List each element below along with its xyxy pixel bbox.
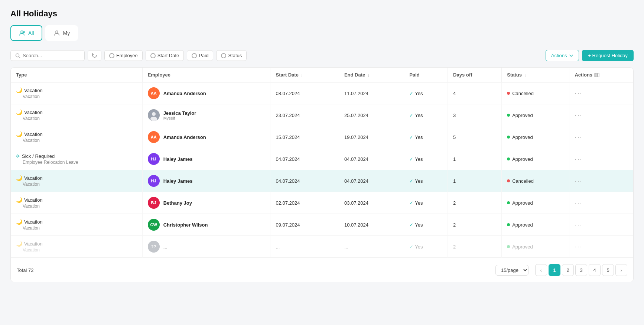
check-icon: ✓ xyxy=(409,244,413,250)
tab-all[interactable]: All xyxy=(10,25,42,41)
avatar: CW xyxy=(148,219,160,231)
type-cell: 🌙Vacation Vacation xyxy=(11,126,142,148)
status-dot xyxy=(507,223,510,226)
employee-cell: HJ Haley James xyxy=(142,148,270,170)
end-date-cell: 25.07.2024 xyxy=(339,104,404,126)
table-row: 🌙Vacation Vacation AA Amanda Anderson 15… xyxy=(11,126,633,148)
svg-point-1 xyxy=(23,31,25,33)
paid-cell: ✓ Yes xyxy=(404,192,448,214)
avatar: HJ xyxy=(148,175,160,187)
moon-icon: 🌙 xyxy=(16,197,22,203)
paid-cell: ✓ Yes xyxy=(404,126,448,148)
row-actions-cell[interactable]: ··· xyxy=(569,192,633,214)
status-label: Approved xyxy=(512,113,533,118)
row-actions-cell[interactable]: ··· xyxy=(569,148,633,170)
row-actions-cell[interactable]: ··· xyxy=(569,236,633,258)
startdate-filter-icon xyxy=(150,53,156,58)
avatar: HJ xyxy=(148,153,160,165)
columns-icon[interactable] xyxy=(594,72,599,78)
end-date-cell: 11.07.2024 xyxy=(339,82,404,104)
filter-paid-button[interactable]: Paid xyxy=(187,50,213,61)
sort-end-date-icon: ↓ xyxy=(368,73,370,77)
next-page-button[interactable]: › xyxy=(615,264,627,276)
filter-status-button[interactable]: Status xyxy=(216,50,247,61)
status-label: Approved xyxy=(512,244,533,250)
filter-employee-button[interactable]: Employee xyxy=(104,50,143,61)
status-label: Approved xyxy=(512,222,533,228)
row-actions-cell[interactable]: ··· xyxy=(569,170,633,192)
employee-cell: CW Christopher Wilson xyxy=(142,214,270,236)
status-label: Cancelled xyxy=(512,178,534,184)
moon-icon: 🌙 xyxy=(16,87,22,93)
row-actions-menu-button[interactable]: ··· xyxy=(575,199,582,207)
check-icon: ✓ xyxy=(409,113,413,118)
status-dot xyxy=(507,114,510,117)
moon-icon: 🌙 xyxy=(16,219,22,225)
row-actions-cell[interactable]: ··· xyxy=(569,104,633,126)
page-title: All Holidays xyxy=(10,9,634,19)
check-icon: ✓ xyxy=(409,134,413,140)
status-dot xyxy=(507,201,510,204)
per-page-select[interactable]: 15/page 25/page 50/page xyxy=(495,265,528,276)
chevron-down-icon xyxy=(569,53,573,58)
status-dot xyxy=(507,92,510,95)
row-actions-cell[interactable]: ··· xyxy=(569,126,633,148)
page-2-button[interactable]: 2 xyxy=(562,264,574,276)
row-actions-cell[interactable]: ··· xyxy=(569,82,633,104)
type-cell: 🌙Vacation Vacation xyxy=(11,192,142,214)
start-date-cell: 04.07.2024 xyxy=(270,148,339,170)
page-3-button[interactable]: 3 xyxy=(575,264,587,276)
actions-dropdown-button[interactable]: Actions xyxy=(546,50,579,61)
col-paid: Paid xyxy=(404,68,448,82)
col-end-date[interactable]: End Date ↓ xyxy=(339,68,404,82)
holidays-table: Type Employee Start Date ↓ End Date ↓ Pa xyxy=(10,67,634,282)
avatar xyxy=(148,109,160,121)
employee-cell: AA Amanda Anderson xyxy=(142,82,270,104)
days-off-cell: 5 xyxy=(448,126,502,148)
paid-filter-icon xyxy=(192,53,197,58)
status-cell: Approved xyxy=(502,104,569,126)
row-actions-menu-button[interactable]: ··· xyxy=(575,177,582,185)
status-label: Approved xyxy=(512,200,533,206)
row-actions-cell[interactable]: ··· xyxy=(569,214,633,236)
row-actions-menu-button[interactable]: ··· xyxy=(575,133,582,141)
svg-point-10 xyxy=(150,117,157,121)
check-icon: ✓ xyxy=(409,178,413,184)
filter-startdate-label: Start Date xyxy=(157,53,179,58)
search-input[interactable] xyxy=(23,53,80,58)
row-actions-menu-button[interactable]: ··· xyxy=(575,221,582,228)
row-actions-menu-button[interactable]: ··· xyxy=(575,155,582,163)
paid-cell: ✓ Yes xyxy=(404,82,448,104)
end-date-cell: 04.07.2024 xyxy=(339,170,404,192)
table-header-row: Type Employee Start Date ↓ End Date ↓ Pa xyxy=(11,68,633,82)
status-cell: Cancelled xyxy=(502,170,569,192)
status-cell: Cancelled xyxy=(502,82,569,104)
row-actions-menu-button[interactable]: ··· xyxy=(575,90,582,97)
days-off-cell: 2 xyxy=(448,214,502,236)
page-5-button[interactable]: 5 xyxy=(602,264,614,276)
paid-cell: ✓ Yes xyxy=(404,104,448,126)
sort-status-icon: ↓ xyxy=(524,73,526,77)
refresh-button[interactable] xyxy=(88,50,101,61)
check-icon: ✓ xyxy=(409,200,413,206)
tab-my[interactable]: My xyxy=(45,25,78,41)
end-date-cell: 03.07.2024 xyxy=(339,192,404,214)
page-1-button[interactable]: 1 xyxy=(549,264,560,276)
start-date-cell: 09.07.2024 xyxy=(270,214,339,236)
filter-startdate-button[interactable]: Start Date xyxy=(146,50,184,61)
request-holiday-button[interactable]: + Request Holiday xyxy=(582,50,634,61)
prev-page-button[interactable]: ‹ xyxy=(535,264,547,276)
type-cell: 🌙Vacation Vacation xyxy=(11,214,142,236)
row-actions-menu-button[interactable]: ··· xyxy=(575,111,582,119)
col-status[interactable]: Status ↓ xyxy=(502,68,569,82)
status-label: Approved xyxy=(512,134,533,140)
col-start-date[interactable]: Start Date ↓ xyxy=(270,68,339,82)
table-row: 🌙Vacation Vacation HJ Haley James 04.07.… xyxy=(11,170,633,192)
days-off-cell: 1 xyxy=(448,148,502,170)
type-cell: 🌙Vacation Vacation xyxy=(11,82,142,104)
page-4-button[interactable]: 4 xyxy=(589,264,601,276)
row-actions-menu-button[interactable]: ··· xyxy=(575,243,582,250)
employee-cell: BJ Bethany Joy xyxy=(142,192,270,214)
days-off-cell: 2 xyxy=(448,192,502,214)
avatar: BJ xyxy=(148,197,160,209)
